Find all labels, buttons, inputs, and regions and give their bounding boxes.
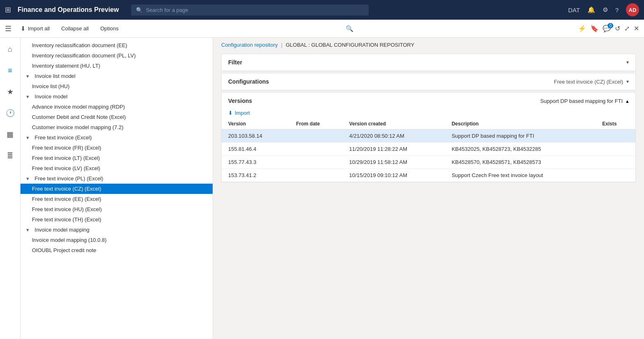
top-right-icons: DAT 🔔 ⚙ ? AD: [568, 3, 639, 16]
configurations-card-right: Free text invoice (CZ) (Excel) ▾: [554, 79, 629, 85]
tree-group-label-text: Free text invoice (Excel): [35, 134, 92, 141]
breadcrumb-repo[interactable]: Configuration repository: [221, 42, 278, 48]
import-all-icon: ⬇: [20, 25, 26, 32]
notification-icon[interactable]: 🔔: [587, 6, 595, 14]
configurations-card-header[interactable]: Configurations Free text invoice (CZ) (E…: [222, 73, 635, 90]
table-row[interactable]: 203.103.58.144/21/2020 08:50:12 AMSuppor…: [222, 130, 635, 143]
versions-card-header[interactable]: Versions Support DP based mapping for FT…: [222, 93, 635, 107]
tree-item-19[interactable]: Invoice model mapping (10.0.8): [20, 235, 213, 245]
table-row[interactable]: 153.73.41.210/15/2019 09:10:12 AMSupport…: [222, 169, 635, 182]
versions-col-version: Version: [222, 118, 290, 130]
settings-icon[interactable]: ⚙: [603, 6, 608, 14]
tree-item-7[interactable]: Customer Debit and Credit Note (Excel): [20, 112, 213, 122]
tree-group-label-text: Invoice model mapping: [35, 227, 90, 233]
tree-item-6[interactable]: Advance invoice model mapping (RDP): [20, 102, 213, 112]
refresh-icon[interactable]: ↺: [615, 25, 620, 32]
versions-chevron-up-icon: ▴: [626, 98, 629, 104]
favorites-icon-btn[interactable]: ★: [3, 84, 18, 99]
versions-title: Versions: [228, 98, 252, 104]
table-cell-4: [596, 156, 635, 169]
breadcrumb-current: GLOBAL : GLOBAL CONFIGURATION REPOSITORY: [286, 42, 414, 48]
filter-chevron-down-icon: ▾: [626, 59, 629, 65]
versions-subtitle: Support DP based mapping for FTI: [540, 98, 623, 104]
table-cell-1: [290, 130, 343, 143]
versions-header-right: Support DP based mapping for FTI ▴: [540, 98, 629, 104]
tree-group-18[interactable]: ▼ Invoice model mapping: [20, 225, 213, 235]
collapse-icon: ▼: [25, 228, 30, 232]
filter-card-title: Filter: [228, 59, 242, 66]
left-icon-bar: ⌂ ≡ ★ 🕐 ▦ ≣: [0, 38, 20, 339]
collapse-all-button[interactable]: Collapse all: [59, 24, 91, 33]
import-icon: ⬇: [228, 110, 233, 116]
selected-config-label: Free text invoice (CZ) (Excel): [554, 79, 623, 85]
tree-item-17[interactable]: Free text invoice (TH) (Excel): [20, 214, 213, 225]
close-icon[interactable]: ✕: [634, 25, 639, 32]
breadcrumb-separator: |: [281, 42, 282, 48]
table-row[interactable]: 155.77.43.310/29/2019 11:58:12 AMKB45285…: [222, 156, 635, 169]
collapse-icon: ▼: [25, 94, 30, 99]
versions-col-from-date: From date: [290, 118, 343, 130]
configurations-card: Configurations Free text invoice (CZ) (E…: [221, 73, 636, 91]
table-cell-3: Support DP based mapping for FTI: [445, 130, 596, 143]
grid-icon[interactable]: ⊞: [5, 5, 11, 14]
versions-col-exists: Exists: [596, 118, 635, 130]
table-cell-3: KB4528570, KB4528571, KB4528573: [445, 156, 596, 169]
help-icon[interactable]: ?: [615, 7, 619, 14]
tree-item-1[interactable]: Inventory reclassification document (PL,…: [20, 50, 213, 61]
tree-item-8[interactable]: Customer invoice model mapping (7.2): [20, 122, 213, 132]
options-button[interactable]: Options: [98, 24, 121, 33]
tree-item-14[interactable]: Free text invoice (CZ) (Excel): [20, 184, 213, 194]
tree-group-5[interactable]: ▼ Invoice model: [20, 91, 213, 102]
tree-group-3[interactable]: ▼ Invoice list model: [20, 71, 213, 81]
versions-table-header-row: VersionFrom dateVersion createdDescripti…: [222, 118, 635, 130]
table-row[interactable]: 155.81.46.411/20/2019 11:28:22 AMKB45320…: [222, 143, 635, 156]
tree-item-4[interactable]: Invoice list (HU): [20, 81, 213, 91]
tree-item-12[interactable]: Free text invoice (LV) (Excel): [20, 163, 213, 173]
tree-group-label-text: Invoice list model: [35, 73, 76, 79]
toolbar-right-icons: ⚡ 🔖 💬0 ↺ ⤢ ✕: [578, 25, 639, 32]
import-button[interactable]: ⬇ Import: [222, 107, 635, 118]
app-title: Finance and Operations Preview: [18, 6, 119, 14]
tree-item-10[interactable]: Free text invoice (FR) (Excel): [20, 143, 213, 153]
recent-icon-btn[interactable]: 🕐: [3, 106, 18, 121]
home-icon-btn[interactable]: ⌂: [3, 42, 18, 57]
tree-item-16[interactable]: Free text invoice (HU) (Excel): [20, 204, 213, 214]
tree-item-2[interactable]: Inventory statement (HU, LT): [20, 61, 213, 71]
dat-label: DAT: [568, 7, 580, 14]
versions-col-description: Description: [445, 118, 596, 130]
filter-card-header[interactable]: Filter ▾: [222, 54, 635, 71]
user-avatar[interactable]: AD: [626, 3, 639, 16]
table-cell-0: 153.73.41.2: [222, 169, 290, 182]
table-cell-0: 203.103.58.14: [222, 130, 290, 143]
notification-badge-icon[interactable]: 💬0: [603, 25, 611, 32]
tree-group-9[interactable]: ▼ Free text invoice (Excel): [20, 132, 213, 143]
table-cell-0: 155.81.46.4: [222, 143, 290, 156]
modules-icon-btn[interactable]: ≣: [3, 148, 18, 163]
tree-item-15[interactable]: Free text invoice (EE) (Excel): [20, 194, 213, 204]
power-icon[interactable]: ⚡: [578, 25, 586, 32]
filter-icon-btn[interactable]: ≡: [3, 63, 18, 78]
filter-card-right: ▾: [626, 59, 629, 65]
tree-item-11[interactable]: Free text invoice (LT) (Excel): [20, 153, 213, 163]
hamburger-icon[interactable]: ☰: [5, 24, 11, 33]
bookmark-icon[interactable]: 🔖: [590, 25, 599, 32]
table-cell-1: [290, 169, 343, 182]
search-icon: 🔍: [136, 7, 143, 13]
workspaces-icon-btn[interactable]: ▦: [3, 127, 18, 142]
versions-card: Versions Support DP based mapping for FT…: [221, 92, 636, 182]
table-cell-3: KB4532025, KB4528723, KB4532285: [445, 143, 596, 156]
search-bar[interactable]: 🔍: [131, 5, 369, 16]
tree-item-0[interactable]: Inventory reclassification document (EE): [20, 40, 213, 50]
import-all-button[interactable]: ⬇ Import all: [18, 23, 52, 34]
search-input[interactable]: [146, 7, 364, 13]
tree-panel: Inventory reclassification document (EE)…: [20, 38, 213, 339]
table-cell-1: [290, 156, 343, 169]
content-area: Configuration repository | GLOBAL : GLOB…: [213, 38, 644, 339]
expand-icon[interactable]: ⤢: [624, 25, 630, 32]
table-cell-2: 11/20/2019 11:28:22 AM: [342, 143, 445, 156]
toolbar-search-icon[interactable]: 🔍: [346, 25, 354, 32]
tree-group-13[interactable]: ▼ Free text invoice (PL) (Excel): [20, 173, 213, 184]
table-cell-4: [596, 130, 635, 143]
tree-item-20[interactable]: OIOUBL Project credit note: [20, 245, 213, 255]
tree-group-label-text: Free text invoice (PL) (Excel): [35, 175, 104, 182]
